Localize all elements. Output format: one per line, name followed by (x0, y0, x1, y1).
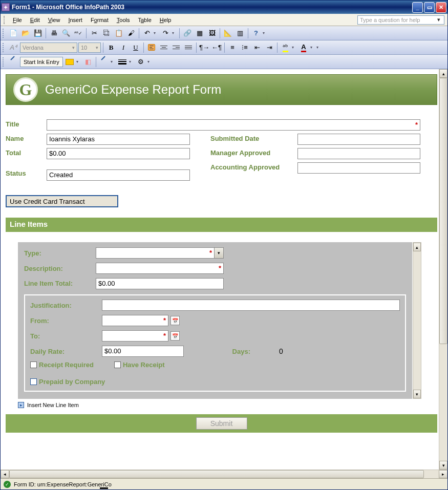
numbered-list-button[interactable]: ≡ (227, 42, 238, 53)
highlight-button[interactable]: ᵃᵇ (280, 42, 291, 53)
bold-button[interactable]: B (105, 42, 117, 53)
format-painter-icon[interactable]: 🖌 (125, 28, 137, 39)
menu-edit[interactable]: Edit (26, 16, 44, 24)
rtl-button[interactable]: ←¶ (211, 42, 222, 53)
indent-button[interactable]: ⇥ (264, 42, 275, 53)
scroll-down-icon[interactable]: ▾ (439, 461, 447, 470)
toolbar-grip[interactable] (3, 29, 5, 38)
menu-view[interactable]: View (44, 16, 65, 24)
menubar-grip[interactable] (4, 16, 6, 24)
menu-file[interactable]: File (9, 16, 26, 24)
toolbar-options-dropdown[interactable]: ▾ (263, 31, 268, 35)
menu-help[interactable]: Help (156, 16, 176, 24)
print-preview-icon[interactable]: 🔍 (60, 28, 72, 39)
eraser-icon[interactable]: ◧ (82, 56, 94, 68)
paste-icon[interactable]: 📋 (113, 28, 124, 39)
calendar-icon[interactable]: 📅 (170, 316, 180, 325)
underline-button[interactable]: U (130, 42, 141, 53)
input-status[interactable]: Created (47, 169, 190, 181)
font-color-dropdown[interactable]: ▾ (310, 45, 315, 50)
font-size-combo[interactable]: 10▾ (78, 42, 101, 53)
cut-icon[interactable]: ✂ (89, 28, 100, 39)
input-accounting[interactable] (297, 162, 420, 174)
checkbox-icon[interactable] (30, 361, 37, 368)
design-mode-icon[interactable]: 📐 (222, 28, 233, 39)
align-justify-button[interactable] (183, 42, 194, 53)
chevron-down-icon[interactable]: ▾ (436, 16, 442, 23)
insert-picture-icon[interactable]: 🖼 (206, 28, 218, 39)
ltr-button[interactable]: ¶→ (199, 42, 210, 53)
bullet-list-button[interactable]: ⁝≡ (239, 42, 250, 53)
input-manager[interactable] (297, 148, 420, 159)
toolbar-grip[interactable] (3, 57, 5, 67)
close-button[interactable]: ✕ (436, 2, 446, 13)
check-prepaid[interactable]: Prepaid by Company (30, 378, 105, 386)
help-icon[interactable]: ? (250, 28, 262, 39)
scroll-down-icon[interactable]: ▾ (413, 390, 421, 398)
copy-icon[interactable]: ⿻ (101, 28, 112, 39)
input-justification[interactable] (102, 300, 400, 311)
toolbar-options-dropdown[interactable]: ▾ (147, 59, 153, 64)
scroll-thumb[interactable] (439, 78, 447, 344)
chevron-down-icon[interactable]: ▾ (215, 247, 224, 259)
outdent-button[interactable]: ⇤ (251, 42, 263, 53)
lineitems-vscrollbar[interactable]: ▴ ▾ (413, 242, 421, 399)
input-li-total[interactable]: $0.00 (96, 278, 224, 289)
new-icon[interactable]: 📄 (8, 28, 19, 39)
menu-table[interactable]: Table (134, 16, 155, 24)
hyperlink-icon[interactable]: 🔗 (182, 28, 193, 39)
input-from-date[interactable]: * (102, 315, 168, 326)
ink-color-icon[interactable] (98, 56, 110, 68)
spellcheck-icon[interactable]: ᴬᴮ✓ (73, 28, 84, 39)
line-weight-icon[interactable] (117, 56, 128, 68)
color-dd[interactable]: ▾ (111, 59, 116, 64)
check-have-receipt[interactable]: Have Receipt (114, 361, 165, 369)
menu-format[interactable]: Format (87, 16, 113, 24)
align-left-button[interactable] (146, 42, 157, 53)
highlight-dd[interactable]: ▾ (76, 59, 81, 64)
italic-button[interactable]: I (118, 42, 129, 53)
maximize-button[interactable]: ▭ (424, 2, 435, 13)
check-receipt-required[interactable]: Receipt Required (30, 361, 94, 369)
input-to-date[interactable]: * (102, 330, 168, 342)
font-color-button[interactable]: A (298, 42, 309, 53)
redo-dropdown[interactable]: ▾ (172, 31, 177, 35)
undo-icon[interactable]: ↶ (141, 28, 153, 39)
menu-insert[interactable]: Insert (64, 16, 87, 24)
highlight-dropdown[interactable]: ▾ (292, 45, 297, 50)
credit-card-button[interactable]: Use Credit Card Transact (6, 195, 118, 207)
align-right-button[interactable] (170, 42, 182, 53)
scroll-thumb[interactable] (9, 470, 424, 478)
scroll-left-icon[interactable]: ◂ (1, 470, 9, 478)
canvas-hscrollbar[interactable]: ◂ ▸ (1, 470, 447, 478)
submit-button[interactable]: Submit (196, 417, 247, 430)
canvas-vscrollbar[interactable]: ▴ ▾ (439, 69, 447, 470)
input-title[interactable]: * (47, 119, 420, 131)
input-description[interactable]: * (96, 263, 224, 274)
menu-tools[interactable]: Tools (113, 16, 134, 24)
input-total[interactable]: $0.00 (47, 148, 190, 159)
scroll-up-icon[interactable]: ▴ (439, 69, 447, 78)
ink-options-icon[interactable]: ⚙ (135, 56, 146, 68)
calendar-icon[interactable]: 📅 (170, 331, 180, 340)
checkbox-icon[interactable] (30, 378, 37, 385)
redo-icon[interactable]: ↷ (160, 28, 171, 39)
start-ink-button[interactable]: Start Ink Entry (20, 57, 63, 67)
insert-table-icon[interactable]: ▦ (194, 28, 205, 39)
input-daily-rate[interactable]: $0.00 (102, 346, 184, 357)
weight-dd[interactable]: ▾ (129, 59, 134, 64)
toolbar-options-dropdown[interactable]: ▾ (316, 45, 322, 50)
font-name-combo[interactable]: Verdana▾ (20, 42, 77, 53)
pen-icon[interactable] (8, 56, 19, 68)
undo-dropdown[interactable]: ▾ (154, 31, 159, 35)
scroll-up-icon[interactable]: ▴ (413, 243, 421, 251)
input-name[interactable]: Ioannis Xylaras (47, 134, 190, 145)
align-center-button[interactable] (158, 42, 169, 53)
minimize-button[interactable]: _ (412, 2, 423, 13)
open-icon[interactable]: 📂 (20, 28, 31, 39)
checkbox-icon[interactable] (114, 361, 121, 368)
scroll-right-icon[interactable]: ▸ (439, 470, 447, 478)
input-type[interactable]: * ▾ (96, 247, 224, 259)
save-icon[interactable]: 💾 (32, 28, 44, 39)
styles-icon[interactable]: A⁴ (8, 42, 19, 53)
